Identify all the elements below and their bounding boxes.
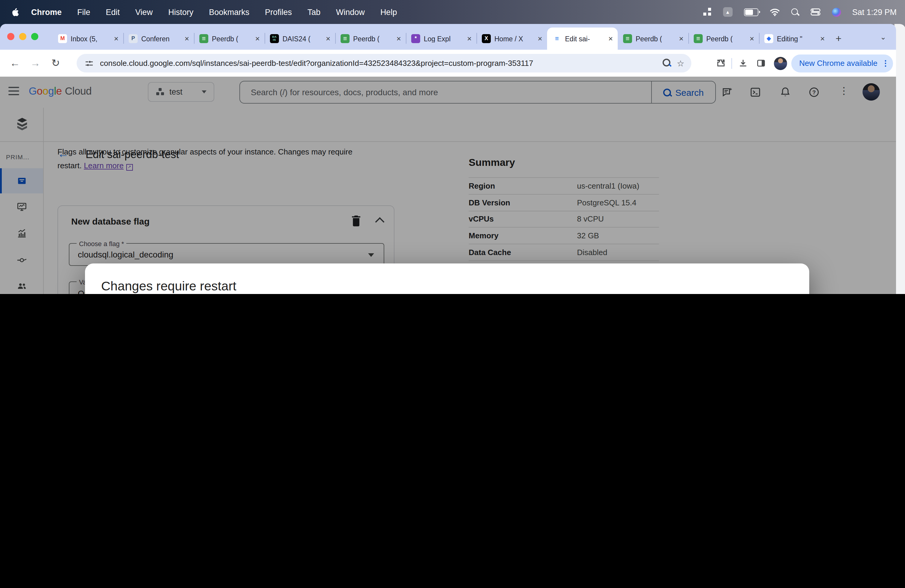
- address-bar[interactable]: console.cloud.google.com/sql/instances/s…: [76, 54, 691, 72]
- battery-icon[interactable]: [744, 8, 758, 16]
- close-tab-icon[interactable]: ×: [607, 35, 614, 43]
- apple-menu[interactable]: [11, 7, 19, 17]
- tab-x-home[interactable]: X Home / X ×: [476, 27, 547, 50]
- maximize-window-button[interactable]: [31, 33, 38, 40]
- spotlight-icon[interactable]: [791, 8, 799, 16]
- tab-editing[interactable]: ◆ Editing " ×: [759, 27, 830, 50]
- x-favicon: X: [482, 34, 491, 43]
- peerdb-favicon: ≡: [199, 34, 208, 43]
- close-tab-icon[interactable]: ×: [254, 35, 261, 43]
- gmail-favicon: M: [58, 34, 67, 43]
- downloads-icon[interactable]: [734, 58, 752, 68]
- dais-favicon: DA IS: [270, 34, 279, 43]
- tab-peerdb-3[interactable]: ≡ Peerdb ( ×: [618, 27, 688, 50]
- status-app-icon[interactable]: ▲: [723, 7, 732, 17]
- site-settings-icon[interactable]: [84, 58, 94, 68]
- cloud-sql-favicon: ≡: [553, 34, 561, 43]
- side-panel-icon[interactable]: [752, 58, 770, 68]
- profile-avatar[interactable]: [774, 57, 787, 70]
- window-manager-icon[interactable]: [703, 8, 711, 16]
- close-tab-icon[interactable]: ×: [678, 35, 685, 43]
- new-tab-button[interactable]: +: [830, 27, 848, 50]
- url-text[interactable]: console.cloud.google.com/sql/instances/s…: [100, 59, 659, 68]
- menu-view[interactable]: View: [135, 8, 152, 16]
- close-tab-icon[interactable]: ×: [748, 35, 755, 43]
- menu-file[interactable]: File: [77, 8, 90, 16]
- desktop: Chrome File Edit View History Bookmarks …: [0, 0, 905, 294]
- chrome-window: M Inbox (5, × P Conferen × ≡ Peerdb ( × …: [0, 24, 896, 294]
- back-button[interactable]: ←: [5, 57, 25, 69]
- minimize-window-button[interactable]: [19, 33, 26, 40]
- tab-peerdb-1[interactable]: ≡ Peerdb ( ×: [194, 27, 265, 50]
- tab-log-explorer[interactable]: * Log Expl ×: [406, 27, 476, 50]
- siri-icon[interactable]: [832, 8, 841, 16]
- zoom-icon[interactable]: [659, 58, 673, 68]
- control-center-icon[interactable]: [810, 8, 820, 16]
- close-tab-icon[interactable]: ×: [466, 35, 473, 43]
- close-tab-icon[interactable]: ×: [819, 35, 826, 43]
- peerdb-favicon: ≡: [694, 34, 703, 43]
- tab-edit-sai-active[interactable]: ≡ Edit sai- ×: [547, 27, 618, 50]
- peerdb-favicon: ≡: [623, 34, 632, 43]
- menu-window[interactable]: Window: [336, 8, 365, 16]
- apple-icon: [11, 7, 19, 17]
- close-tab-icon[interactable]: ×: [183, 35, 191, 43]
- menu-help[interactable]: Help: [380, 8, 397, 16]
- close-tab-icon[interactable]: ×: [113, 35, 120, 43]
- docs-favicon: ◆: [764, 34, 773, 43]
- tab-inbox[interactable]: M Inbox (5, ×: [53, 27, 123, 50]
- restart-dialog: Changes require restart One or more chan…: [85, 264, 809, 294]
- more-menu-icon[interactable]: ⋮: [882, 59, 889, 68]
- wifi-icon[interactable]: [769, 8, 780, 16]
- menu-bookmarks[interactable]: Bookmarks: [209, 8, 249, 16]
- menu-edit[interactable]: Edit: [106, 8, 120, 16]
- tab-strip: M Inbox (5, × P Conferen × ≡ Peerdb ( × …: [0, 24, 896, 50]
- menu-tab[interactable]: Tab: [307, 8, 321, 16]
- menu-profiles[interactable]: Profiles: [265, 8, 292, 16]
- close-window-button[interactable]: [7, 33, 14, 40]
- dialog-title: Changes require restart: [101, 279, 237, 294]
- postgres-favicon: P: [129, 34, 138, 43]
- macos-menu-bar: Chrome File Edit View History Bookmarks …: [0, 0, 905, 24]
- extensions-icon[interactable]: [712, 58, 730, 68]
- menu-history[interactable]: History: [168, 8, 193, 16]
- logs-favicon: *: [411, 34, 420, 43]
- menu-bar-clock: Sat 1:29 PM: [852, 8, 897, 16]
- forward-button[interactable]: →: [25, 57, 46, 69]
- close-tab-icon[interactable]: ×: [395, 35, 402, 43]
- tab-dais24[interactable]: DA IS DAIS24 ( ×: [265, 27, 335, 50]
- modal-scrim[interactable]: [0, 77, 896, 294]
- bookmark-star-icon[interactable]: ☆: [673, 58, 688, 68]
- tab-peerdb-2[interactable]: ≡ Peerdb ( ×: [335, 27, 406, 50]
- tab-conference[interactable]: P Conferen ×: [123, 27, 194, 50]
- peerdb-favicon: ≡: [341, 34, 349, 43]
- reload-button[interactable]: ↻: [46, 57, 66, 70]
- tab-search-chevron[interactable]: ⌄: [876, 30, 890, 44]
- update-chrome-chip[interactable]: New Chrome available ⋮: [791, 54, 893, 72]
- close-tab-icon[interactable]: ×: [537, 35, 543, 43]
- close-tab-icon[interactable]: ×: [325, 35, 332, 43]
- menu-chrome[interactable]: Chrome: [31, 8, 62, 16]
- toolbar-divider: [732, 58, 732, 68]
- tab-peerdb-4[interactable]: ≡ Peerdb ( ×: [688, 27, 759, 50]
